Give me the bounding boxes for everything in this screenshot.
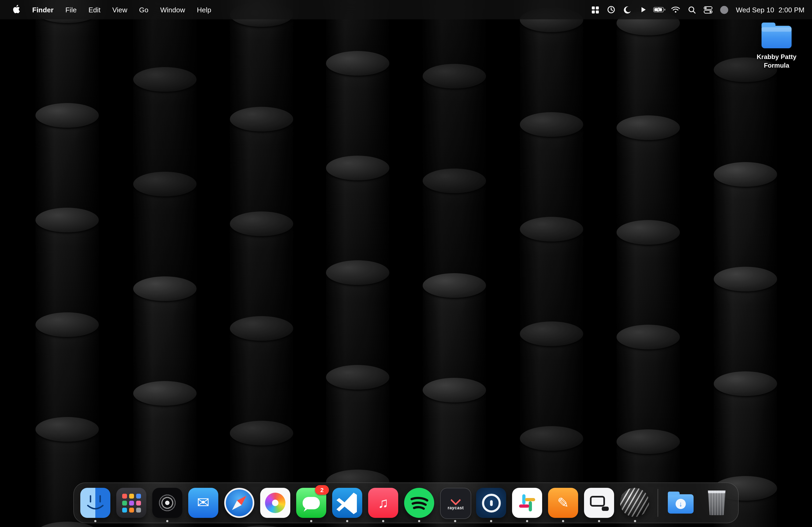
dock-icon-photos[interactable] <box>260 488 290 518</box>
1password-keyhole-icon <box>476 488 506 518</box>
running-indicator <box>166 520 168 522</box>
running-indicator <box>382 520 384 522</box>
spotify-waves-icon <box>404 488 434 518</box>
desktop-wallpaper <box>0 0 812 527</box>
blue-folder-icon[interactable] <box>762 26 792 48</box>
raycast-logo-icon: raycast <box>440 488 471 519</box>
slack-hash-icon <box>512 488 542 518</box>
running-indicator <box>634 520 636 522</box>
menu-window[interactable]: Window <box>156 0 190 19</box>
downloads-folder-icon: ↓ <box>668 494 694 514</box>
dock-icon-circles-app[interactable] <box>152 488 182 518</box>
menu-view[interactable]: View <box>107 0 132 19</box>
account-dot-icon[interactable] <box>718 0 731 19</box>
running-indicator <box>346 520 348 522</box>
running-indicator <box>310 520 312 522</box>
running-indicator <box>490 520 492 522</box>
photos-pinwheel-icon <box>260 488 290 518</box>
dock-icon-pen-app[interactable]: ✎ <box>548 488 578 518</box>
dock-icon-finder[interactable] <box>80 488 110 518</box>
menu-edit[interactable]: Edit <box>84 0 105 19</box>
finder-icon <box>80 488 110 518</box>
running-indicator <box>454 520 456 522</box>
menu-bar-time: 2:00 PM <box>779 6 804 14</box>
download-arrow-icon: ↓ <box>676 499 686 509</box>
dock-icon-mail[interactable]: ✉ <box>188 488 218 518</box>
dock-icon-spotify[interactable] <box>404 488 434 518</box>
messages-unread-badge: 2 <box>315 485 329 495</box>
running-indicator <box>526 520 528 522</box>
spotlight-search-icon[interactable] <box>685 0 698 19</box>
running-indicator <box>94 520 97 522</box>
dock-icon-safari[interactable] <box>224 488 254 518</box>
dock-separator <box>657 489 658 517</box>
running-indicator <box>598 520 600 522</box>
dock-icon-vscode[interactable] <box>332 488 362 518</box>
raycast-label: raycast <box>448 506 464 510</box>
dock-icon-messages[interactable]: 2 <box>296 488 326 518</box>
menu-help[interactable]: Help <box>192 0 216 19</box>
menu-app-name[interactable]: Finder <box>27 0 58 19</box>
safari-compass-icon <box>224 488 254 518</box>
desktop: Finder File Edit View Go Window Help <box>0 0 812 527</box>
menu-bar-status: Wed Sep 10 2:00 PM <box>589 0 812 19</box>
battery-charging-icon[interactable] <box>653 0 666 19</box>
music-note-icon: ♫ <box>368 488 398 518</box>
apple-menu[interactable] <box>8 0 25 19</box>
menu-bar-clock[interactable]: Wed Sep 10 2:00 PM <box>736 6 804 14</box>
dock-icon-striped-ball[interactable] <box>620 488 650 518</box>
moon-icon[interactable] <box>621 0 634 19</box>
desktop-folder-krabby-patty-formula[interactable]: Krabby Patty Formula <box>751 26 802 70</box>
dock-icon-launchpad[interactable] <box>116 488 146 518</box>
control-center-icon[interactable] <box>702 0 714 19</box>
wifi-icon[interactable] <box>669 0 682 19</box>
concentric-circles-icon <box>152 488 182 518</box>
running-indicator <box>418 520 420 522</box>
dock-icon-music[interactable]: ♫ <box>368 488 398 518</box>
running-indicator <box>562 520 564 522</box>
dock-icon-1password[interactable] <box>476 488 506 518</box>
striped-ball-icon <box>620 488 649 517</box>
desktop-folder-label[interactable]: Krabby Patty Formula <box>751 52 802 70</box>
mail-envelope-icon: ✉ <box>188 488 218 518</box>
apple-logo-icon <box>12 4 20 15</box>
trash-bin-icon <box>707 491 727 515</box>
dock-icon-downloads[interactable]: ↓ <box>666 488 696 518</box>
menu-file[interactable]: File <box>60 0 81 19</box>
timer-icon[interactable] <box>605 0 618 19</box>
menu-bar-left: Finder File Edit View Go Window Help <box>0 0 216 19</box>
dock: ✉ 2 ♫ <box>73 482 739 523</box>
dock-icon-trash[interactable] <box>702 488 732 518</box>
dock-icon-slack[interactable] <box>512 488 542 518</box>
dock-icon-raycast[interactable]: raycast <box>440 488 470 518</box>
pen-icon: ✎ <box>548 488 578 518</box>
launchpad-icon <box>116 488 146 518</box>
dock-icon-panel-app[interactable] <box>584 488 614 518</box>
menu-go[interactable]: Go <box>134 0 153 19</box>
grid-icon[interactable] <box>589 0 602 19</box>
menu-bar: Finder File Edit View Go Window Help <box>0 0 812 19</box>
panel-shapes-icon <box>584 488 614 518</box>
vscode-logo-icon <box>332 488 362 518</box>
play-icon[interactable] <box>637 0 650 19</box>
menu-bar-date: Wed Sep 10 <box>736 6 774 14</box>
